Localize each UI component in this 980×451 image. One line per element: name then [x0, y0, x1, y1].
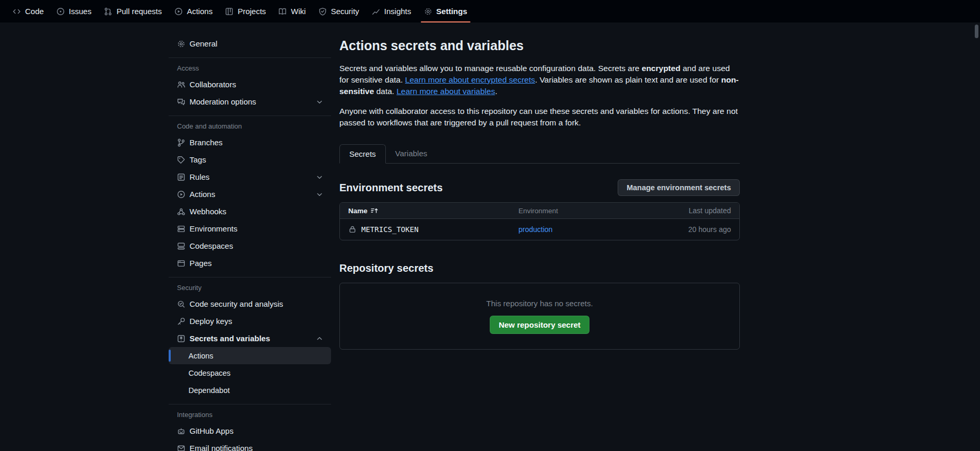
project-icon: [225, 7, 233, 16]
sidebar-item-label: Pages: [190, 259, 212, 268]
page-title: Actions secrets and variables: [339, 38, 740, 53]
sidebar-item-label: Moderation options: [190, 97, 256, 106]
sidebar-item-collaborators[interactable]: Collaborators: [169, 76, 331, 93]
sidebar-item-label: Collaborators: [190, 80, 236, 89]
sidebar-subitem-codespaces[interactable]: Codespaces: [169, 364, 331, 381]
shield-icon: [318, 7, 327, 16]
git-branch-icon: [177, 138, 185, 147]
browser-icon: [177, 259, 185, 268]
intro-text: data.: [374, 87, 396, 96]
tab-actions[interactable]: Actions: [169, 0, 218, 22]
sidebar-item-label: Webhooks: [190, 207, 227, 216]
comment-discussion-icon: [177, 98, 185, 106]
repository-secrets-title: Repository secrets: [339, 262, 740, 274]
repo-settings-page: Code Issues Pull requests Actions Projec…: [0, 0, 980, 451]
intro-paragraph: Secrets and variables allow you to manag…: [339, 63, 740, 97]
sidebar-item-label: Branches: [190, 138, 222, 147]
sidebar-item-secrets-and-variables[interactable]: Secrets and variables: [169, 330, 331, 347]
chevron-down-icon: [315, 190, 324, 199]
sidebar-item-label: GitHub Apps: [190, 426, 233, 435]
tab-wiki[interactable]: Wiki: [273, 0, 311, 22]
tab-insights[interactable]: Insights: [367, 0, 417, 22]
key-asterisk-icon: [177, 334, 185, 343]
sidebar-subitem-dependabot[interactable]: Dependabot: [169, 381, 331, 399]
environment-secrets-section: Environment secrets Manage environment s…: [339, 179, 740, 240]
tab-settings[interactable]: Settings: [419, 0, 473, 22]
sidebar-item-deploy-keys[interactable]: Deploy keys: [169, 313, 331, 330]
tab-label: Security: [331, 7, 359, 16]
graph-icon: [372, 7, 380, 16]
column-header-environment: Environment: [518, 207, 632, 215]
sidebar-item-actions[interactable]: Actions: [169, 186, 331, 203]
tab-issues[interactable]: Issues: [51, 0, 97, 22]
sidebar-item-email-notifications[interactable]: Email notifications: [169, 440, 331, 451]
sidebar-item-environments[interactable]: Environments: [169, 220, 331, 237]
sidebar-item-label: Environments: [190, 224, 238, 233]
intro-text: .: [495, 87, 497, 96]
column-header-name[interactable]: Name: [348, 206, 518, 215]
environment-secrets-title: Environment secrets: [339, 182, 443, 194]
sidebar-divider: [169, 57, 331, 58]
tab-label: Pull requests: [116, 7, 162, 16]
sidebar-item-label: Tags: [190, 155, 206, 164]
intro-bold-encrypted: encrypted: [642, 64, 680, 73]
sidebar-item-label: Rules: [190, 172, 209, 181]
git-pull-request-icon: [104, 7, 112, 16]
environment-link[interactable]: production: [518, 225, 552, 234]
sidebar-item-label: Secrets and variables: [190, 334, 270, 343]
tab-code[interactable]: Code: [7, 0, 49, 22]
repository-secrets-empty-state: This repository has no secrets. New repo…: [339, 283, 740, 350]
sidebar-item-label: Dependabot: [188, 386, 230, 395]
sidebar-item-codespaces[interactable]: Codespaces: [169, 237, 331, 255]
tab-label: Issues: [69, 7, 91, 16]
tab-label: Projects: [238, 7, 266, 16]
last-updated-value: 20 hours ago: [632, 225, 731, 234]
sidebar-section-access: Access: [169, 62, 331, 76]
sidebar-item-github-apps[interactable]: GitHub Apps: [169, 422, 331, 440]
sidebar-item-branches[interactable]: Branches: [169, 134, 331, 151]
webhook-icon: [177, 207, 185, 216]
tab-security[interactable]: Security: [313, 0, 364, 22]
link-learn-more-variables[interactable]: Learn more about variables: [396, 87, 495, 96]
sidebar-item-label: Actions: [188, 352, 214, 360]
sidebar-item-label: General: [190, 39, 217, 48]
sidebar-item-webhooks[interactable]: Webhooks: [169, 203, 331, 220]
link-learn-more-encrypted-secrets[interactable]: Learn more about encrypted secrets: [405, 75, 535, 84]
new-repository-secret-button[interactable]: New repository secret: [490, 316, 589, 334]
sidebar-subitem-actions[interactable]: Actions: [169, 347, 331, 364]
sidebar-section-integrations: Integrations: [169, 409, 331, 422]
mail-icon: [177, 444, 185, 451]
codespaces-icon: [177, 242, 185, 250]
gear-icon: [177, 40, 185, 48]
repo-navbar: Code Issues Pull requests Actions Projec…: [0, 0, 980, 22]
repository-secrets-section: Repository secrets This repository has n…: [339, 262, 740, 350]
manage-environment-secrets-button[interactable]: Manage environment secrets: [618, 179, 740, 196]
secrets-variables-tabnav: Secrets Variables: [339, 144, 740, 164]
settings-layout: General Access Collaborators Moderation …: [0, 22, 980, 451]
chevron-down-icon: [315, 98, 324, 106]
environment-secrets-table: Name Environment Last updated METRICS_TO…: [339, 202, 740, 240]
sidebar-section-security: Security: [169, 282, 331, 295]
tab-secrets[interactable]: Secrets: [339, 144, 386, 164]
tab-variables[interactable]: Variables: [386, 144, 436, 163]
tab-label: Settings: [436, 7, 467, 16]
scrollbar-thumb[interactable]: [975, 25, 978, 38]
sidebar-item-tags[interactable]: Tags: [169, 151, 331, 168]
sidebar-item-label: Codespaces: [188, 369, 231, 377]
ruleset-icon: [177, 173, 185, 181]
tab-projects[interactable]: Projects: [220, 0, 271, 22]
sidebar-item-general[interactable]: General: [169, 35, 331, 52]
chevron-down-icon: [315, 173, 324, 181]
sidebar-item-pages[interactable]: Pages: [169, 255, 331, 272]
intro-text: . Variables are shown as plain text and …: [535, 75, 721, 84]
empty-state-text: This repository has no secrets.: [486, 299, 593, 308]
tab-pull-requests[interactable]: Pull requests: [99, 0, 167, 22]
sidebar-item-moderation-options[interactable]: Moderation options: [169, 93, 331, 110]
play-circle-icon: [174, 7, 183, 16]
lock-icon: [348, 225, 357, 234]
table-row: METRICS_TOKEN production 20 hours ago: [340, 219, 739, 240]
sidebar-item-label: Actions: [190, 190, 215, 199]
sidebar-item-code-security[interactable]: Code security and analysis: [169, 295, 331, 313]
table-header-row: Name Environment Last updated: [340, 203, 739, 219]
sidebar-item-rules[interactable]: Rules: [169, 168, 331, 186]
